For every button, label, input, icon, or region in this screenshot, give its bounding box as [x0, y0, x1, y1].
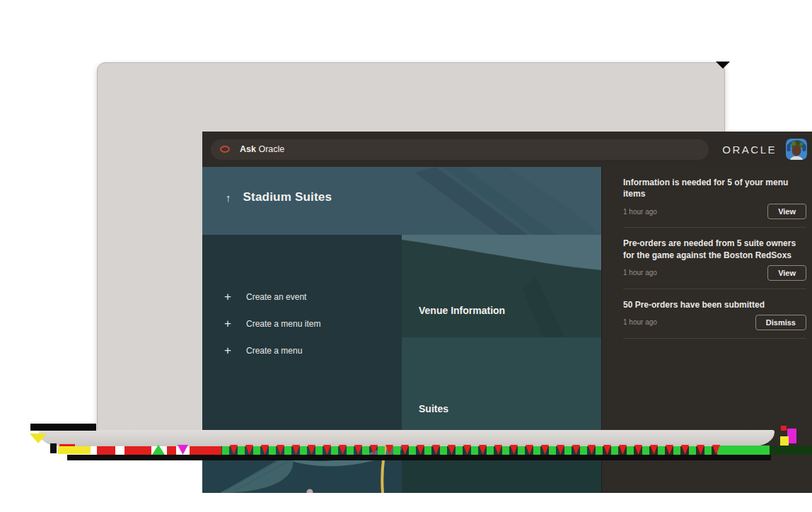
- oracle-ring-icon: [220, 146, 230, 153]
- notification-timestamp: 1 hour ago: [623, 318, 657, 326]
- red-block-2: [124, 446, 151, 455]
- search-placeholder-regular: Oracle: [258, 144, 284, 154]
- dismiss-button[interactable]: Dismiss: [755, 315, 806, 330]
- notification-title: Information is needed for 5 of your menu…: [623, 177, 806, 199]
- laptop-device: Ask Oracle ORACLE: [97, 62, 725, 433]
- top-bar: Ask Oracle ORACLE: [202, 132, 812, 167]
- user-avatar[interactable]: [786, 139, 807, 160]
- notification-title: 50 Pre-orders have been submitted: [623, 299, 806, 310]
- up-arrow-icon[interactable]: ↑: [226, 192, 231, 204]
- tile-venue-information[interactable]: Venue Information: [402, 235, 601, 337]
- tile-suites[interactable]: Suites: [402, 337, 601, 436]
- notification-item: Pre-orders are needed from 5 suite owner…: [623, 228, 806, 289]
- tile-label: Venue Information: [419, 305, 505, 316]
- action-label: Create a menu: [246, 346, 302, 356]
- laptop-base: [39, 430, 775, 446]
- avatar-illustration: [786, 139, 807, 160]
- create-menu-item-action[interactable]: + Create a menu item: [224, 315, 402, 332]
- view-button[interactable]: View: [767, 265, 806, 281]
- notification-title: Pre-orders are needed from 5 suite owner…: [623, 238, 806, 260]
- create-menu-action[interactable]: + Create a menu: [224, 342, 402, 359]
- plus-icon: +: [224, 292, 234, 302]
- view-button[interactable]: View: [767, 204, 806, 219]
- venue-tile-art: [402, 235, 601, 337]
- quick-actions-panel: + Create an event + Create a menu item +…: [202, 235, 402, 436]
- ask-oracle-search-input[interactable]: Ask Oracle: [211, 139, 709, 160]
- action-label: Create a menu item: [246, 319, 320, 329]
- notification-timestamp: 1 hour ago: [623, 208, 657, 216]
- create-event-action[interactable]: + Create an event: [224, 289, 402, 306]
- notification-item: 50 Pre-orders have been submitted 1 hour…: [623, 289, 806, 339]
- magenta-triangle: [178, 445, 188, 455]
- search-placeholder: Ask Oracle: [240, 144, 284, 154]
- plus-icon: +: [224, 346, 234, 356]
- notification-item: Information is needed for 5 of your menu…: [623, 167, 806, 228]
- glitch-yellow-bar: [58, 446, 91, 454]
- green-triangle-up: [152, 445, 165, 455]
- red-block-3: [167, 446, 176, 455]
- page-background: Ask Oracle ORACLE: [0, 0, 812, 512]
- notification-timestamp: 1 hour ago: [623, 269, 657, 277]
- red-block-1: [97, 446, 115, 455]
- oracle-logo: ORACLE: [722, 144, 777, 156]
- action-label: Create an event: [246, 292, 306, 302]
- tile-label: Suites: [419, 403, 448, 414]
- hero-banner: ↑ Stadium Suites: [202, 167, 601, 235]
- search-placeholder-bold: Ask: [240, 144, 256, 154]
- page-title: Stadium Suites: [243, 190, 332, 204]
- plus-icon: +: [224, 319, 234, 329]
